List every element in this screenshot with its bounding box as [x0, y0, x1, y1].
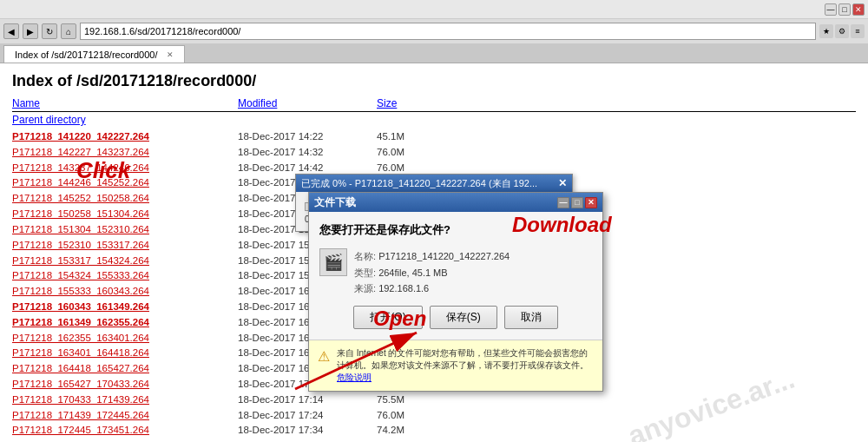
- file-size: 74.2M: [377, 423, 446, 439]
- table-row: P171218_141220_142227.26418-Dec-2017 14:…: [12, 129, 856, 145]
- filename-value: P171218_141220_142227.264: [378, 251, 510, 261]
- table-row: P171218_142227_143237.26418-Dec-2017 14:…: [12, 145, 856, 161]
- dialog-maximize-button[interactable]: □: [571, 197, 583, 208]
- titlebar-close[interactable]: ✕: [852, 3, 865, 16]
- file-link[interactable]: P171218_143237_144246.264: [12, 161, 238, 176]
- browser-tab[interactable]: Index of /sd/20171218/record000/ ✕: [3, 45, 185, 63]
- file-link[interactable]: P171218_155333_160343.264: [12, 284, 238, 300]
- browser-titlebar: — □ ✕: [0, 0, 868, 19]
- file-link[interactable]: P171218_173451_174456.264: [12, 439, 238, 442]
- file-date: 18-Dec-2017 17:24: [238, 408, 377, 424]
- titlebar-maximize[interactable]: □: [838, 3, 851, 16]
- progress-titlebar: 已完成 0% - P171218_141220_142227.264 (来自 1…: [296, 175, 572, 192]
- address-bar[interactable]: [80, 23, 816, 40]
- file-link[interactable]: P171218_145252_150258.264: [12, 191, 238, 207]
- tab-close-icon[interactable]: ✕: [167, 50, 174, 59]
- table-row: P171218_170433_171439.26418-Dec-2017 17:…: [12, 393, 856, 408]
- warning-link[interactable]: 危险说明: [337, 373, 372, 382]
- page-content: Index of /sd/20171218/record000/ Name Mo…: [0, 63, 868, 442]
- source-value: 192.168.1.6: [378, 283, 429, 294]
- forward-button[interactable]: ▶: [23, 23, 38, 39]
- filetype-value: 264file, 45.1 MB: [378, 267, 448, 278]
- file-date: 18-Dec-2017 17:34: [238, 423, 377, 439]
- file-date: 18-Dec-2017 14:32: [238, 145, 377, 161]
- file-link[interactable]: P171218_152310_153317.264: [12, 238, 238, 254]
- file-link[interactable]: P171218_171439_172445.264: [12, 408, 238, 424]
- col-modified-header[interactable]: Modified: [238, 97, 377, 109]
- file-link[interactable]: P171218_172445_173451.264: [12, 423, 238, 439]
- table-row: P171218_173451_174456.26418-Dec-2017 17:…: [12, 439, 856, 442]
- download-dialog-body: 您要打开还是保存此文件? 🎬 名称: P171218_141220_142227…: [309, 212, 602, 340]
- progress-title-text: 已完成 0% - P171218_141220_142227.264 (来自 1…: [301, 177, 537, 190]
- filename-label: 名称:: [354, 251, 376, 261]
- dialog-title-buttons: — □ ✕: [557, 197, 597, 208]
- open-button[interactable]: 打开(O): [353, 306, 422, 329]
- tab-label: Index of /sd/20171218/record000/: [15, 49, 158, 60]
- file-link[interactable]: P171218_150258_151304.264: [12, 207, 238, 222]
- file-date: 18-Dec-2017 14:22: [238, 129, 377, 145]
- file-link[interactable]: P171218_160343_161349.264: [12, 300, 238, 315]
- file-size: 76.0M: [377, 408, 446, 424]
- browser-icons: ★ ⚙ ≡: [819, 24, 865, 38]
- col-size-header[interactable]: Size: [377, 97, 446, 109]
- file-link[interactable]: P171218_142227_143237.264: [12, 145, 238, 161]
- cancel-button[interactable]: 取消: [504, 306, 558, 329]
- table-row: P171218_171439_172445.26418-Dec-2017 17:…: [12, 408, 856, 424]
- filename-row: 名称: P171218_141220_142227.264: [354, 248, 510, 265]
- file-link[interactable]: P171218_154324_155333.264: [12, 268, 238, 284]
- tabs-bar: Index of /sd/20171218/record000/ ✕: [0, 43, 868, 63]
- page-title: Index of /sd/20171218/record000/: [12, 72, 856, 90]
- parent-directory-link[interactable]: Parent directory: [12, 114, 856, 126]
- file-size: 73.3M: [377, 439, 446, 442]
- file-link[interactable]: P171218_170433_171439.264: [12, 393, 238, 408]
- download-dialog-titlebar: 文件下载 — □ ✕: [309, 193, 602, 212]
- column-headers: Name Modified Size: [12, 97, 856, 112]
- file-link[interactable]: P171218_165427_170433.264: [12, 377, 238, 393]
- file-size: 45.1M: [377, 129, 446, 145]
- file-link[interactable]: P171218_153317_154324.264: [12, 254, 238, 269]
- file-size: 75.5M: [377, 393, 446, 408]
- dialog-close-button[interactable]: ✕: [585, 197, 597, 208]
- file-link[interactable]: P171218_161349_162355.264: [12, 315, 238, 331]
- file-type-icon: 🎬: [319, 248, 347, 276]
- save-button[interactable]: 保存(S): [430, 306, 497, 329]
- titlebar-minimize[interactable]: —: [825, 3, 837, 16]
- filetype-label: 类型:: [354, 267, 376, 278]
- file-info: 🎬 名称: P171218_141220_142227.264 类型: 264f…: [319, 248, 592, 297]
- refresh-button[interactable]: ↻: [42, 23, 57, 39]
- file-link[interactable]: P171218_163401_164418.264: [12, 346, 238, 361]
- file-details: 名称: P171218_141220_142227.264 类型: 264fil…: [354, 248, 510, 297]
- file-link[interactable]: P171218_164418_165427.264: [12, 361, 238, 377]
- file-date: 18-Dec-2017 17:14: [238, 393, 377, 408]
- tools-icon[interactable]: ⚙: [835, 24, 849, 38]
- file-link[interactable]: P171218_141220_142227.264: [12, 129, 238, 145]
- source-label: 来源:: [354, 283, 376, 294]
- browser-toolbar: ◀ ▶ ↻ ⌂ ★ ⚙ ≡: [0, 19, 868, 43]
- warning-icon: ⚠: [318, 347, 330, 366]
- file-date: 18-Dec-2017 17:44: [238, 439, 377, 442]
- file-link[interactable]: P171218_162355_163401.264: [12, 331, 238, 346]
- progress-close-button[interactable]: ✕: [558, 177, 567, 189]
- download-dialog-title: 文件下载: [314, 195, 356, 210]
- col-name-header[interactable]: Name: [12, 97, 238, 109]
- download-dialog: 文件下载 — □ ✕ 您要打开还是保存此文件? 🎬 名称: P171218_14…: [308, 192, 603, 392]
- file-link[interactable]: P171218_151304_152310.264: [12, 222, 238, 238]
- file-link[interactable]: P171218_144246_145252.264: [12, 175, 238, 191]
- back-button[interactable]: ◀: [3, 23, 19, 39]
- home-button[interactable]: ⌂: [61, 23, 76, 39]
- dialog-minimize-button[interactable]: —: [557, 197, 569, 208]
- warning-text: 来自 Internet 的文件可能对您有帮助，但某些文件可能会损害您的计算机。如…: [337, 347, 594, 384]
- action-buttons: 打开(O) 保存(S) 取消: [319, 306, 592, 329]
- source-row: 来源: 192.168.1.6: [354, 280, 510, 297]
- download-question: 您要打开还是保存此文件?: [319, 222, 592, 238]
- menu-icon[interactable]: ≡: [851, 24, 865, 38]
- file-size: 76.0M: [377, 145, 446, 161]
- browser-chrome: — □ ✕ ◀ ▶ ↻ ⌂ ★ ⚙ ≡ Index of /sd/2017121…: [0, 0, 868, 63]
- star-icon[interactable]: ★: [819, 24, 833, 38]
- warning-section: ⚠ 来自 Internet 的文件可能对您有帮助，但某些文件可能会损害您的计算机…: [309, 340, 602, 391]
- filetype-row: 类型: 264file, 45.1 MB: [354, 265, 510, 281]
- table-row: P171218_172445_173451.26418-Dec-2017 17:…: [12, 423, 856, 439]
